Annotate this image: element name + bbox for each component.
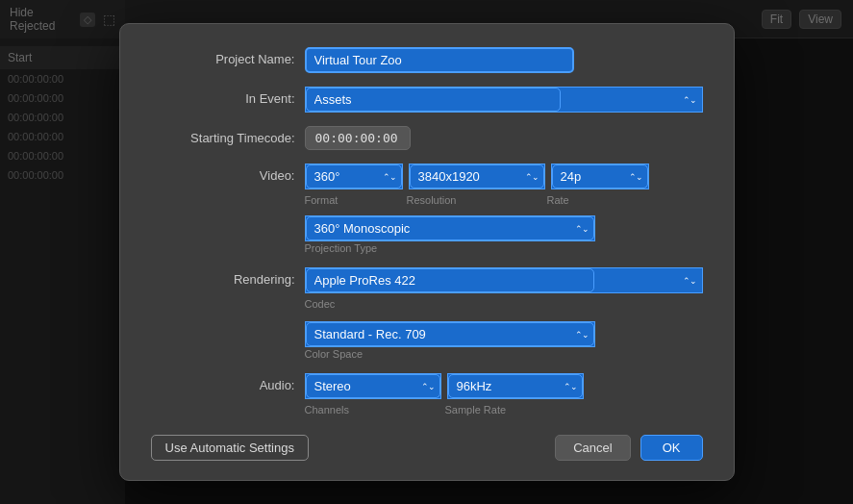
cancel-button[interactable]: Cancel	[555, 435, 630, 461]
color-space-sublabel: Color Space	[305, 348, 703, 360]
audio-label: Audio:	[151, 373, 305, 392]
sample-rate-wrapper: 96kHz	[447, 373, 584, 399]
project-name-controls	[305, 47, 703, 73]
format-sublabel: Format	[305, 194, 401, 206]
codec-sublabel: Codec	[305, 298, 703, 310]
color-space-select[interactable]: Standard - Rec. 709	[306, 322, 594, 346]
video-sublabels: Format Resolution Rate	[305, 193, 703, 206]
video-format-select[interactable]: 360°	[306, 164, 402, 189]
video-label: Video:	[151, 164, 305, 183]
projection-wrapper: 360° Monoscopic	[305, 215, 595, 241]
video-controls: 360° 3840x1920 24p Forma	[305, 164, 703, 254]
in-event-select-wrapper: Assets	[305, 87, 703, 113]
projection-select[interactable]: 360° Monoscopic	[306, 216, 594, 240]
starting-timecode-row: Starting Timecode:	[151, 126, 703, 150]
video-top-row: 360° 3840x1920 24p	[305, 164, 703, 189]
audio-top-row: Stereo 96kHz	[305, 373, 703, 399]
rendering-controls: Apple ProRes 422 Codec Standard - Rec. 7…	[305, 267, 703, 360]
in-event-controls: Assets	[305, 87, 703, 113]
sample-rate-sublabel: Sample Rate	[445, 404, 580, 416]
in-event-select[interactable]: Assets	[306, 88, 561, 112]
footer-buttons: Cancel OK	[555, 435, 702, 461]
project-name-row: Project Name:	[151, 47, 703, 73]
video-format-wrapper: 360°	[305, 164, 403, 189]
starting-timecode-controls	[305, 126, 703, 150]
video-resolution-wrapper: 3840x1920	[409, 164, 545, 189]
codec-wrapper: Apple ProRes 422	[305, 267, 703, 293]
project-properties-dialog: Project Name: In Event: Assets Starting …	[119, 23, 735, 481]
audio-controls: Stereo 96kHz Channels Sample Rate	[305, 373, 703, 416]
audio-sublabels: Channels Sample Rate	[305, 403, 703, 416]
projection-row-inner: 360° Monoscopic Projection Type	[305, 215, 703, 254]
starting-timecode-input[interactable]	[305, 126, 411, 150]
rendering-row: Rendering: Apple ProRes 422 Codec Standa…	[151, 267, 703, 360]
audio-row: Audio: Stereo 96kHz Channels	[151, 373, 703, 416]
in-event-label: In Event:	[151, 87, 305, 106]
color-space-row-inner: Standard - Rec. 709 Color Space	[305, 321, 703, 360]
video-rate-wrapper: 24p	[551, 164, 649, 189]
rendering-label: Rendering:	[151, 267, 305, 287]
video-row: Video: 360° 3840x1920	[151, 164, 703, 254]
in-event-row: In Event: Assets	[151, 87, 703, 113]
rate-sublabel: Rate	[547, 194, 643, 206]
project-name-input[interactable]	[305, 47, 574, 73]
color-space-wrapper: Standard - Rec. 709	[305, 321, 595, 347]
channels-select[interactable]: Stereo	[306, 374, 440, 398]
projection-sublabel: Projection Type	[305, 242, 703, 254]
codec-select[interactable]: Apple ProRes 422	[306, 268, 594, 292]
modal-overlay: Project Name: In Event: Assets Starting …	[0, 0, 853, 504]
channels-wrapper: Stereo	[305, 373, 441, 399]
resolution-sublabel: Resolution	[407, 194, 541, 206]
dialog-footer: Use Automatic Settings Cancel OK	[151, 435, 703, 461]
video-resolution-select[interactable]: 3840x1920	[410, 164, 544, 189]
starting-timecode-label: Starting Timecode:	[151, 126, 305, 145]
project-name-label: Project Name:	[151, 47, 305, 66]
channels-sublabel: Channels	[305, 404, 439, 416]
use-automatic-settings-button[interactable]: Use Automatic Settings	[151, 435, 309, 461]
ok-button[interactable]: OK	[640, 435, 703, 461]
sample-rate-select[interactable]: 96kHz	[448, 374, 583, 398]
video-rate-select[interactable]: 24p	[552, 164, 648, 189]
